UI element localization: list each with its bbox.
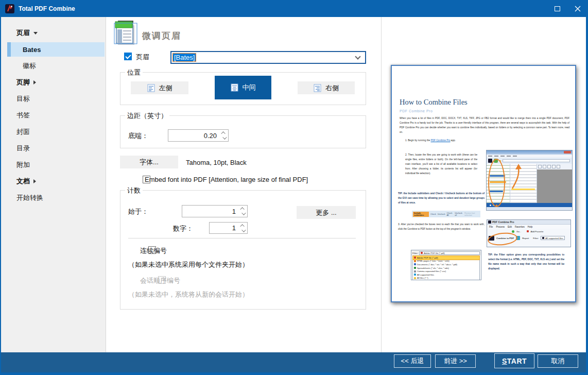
- doc-step1-link: PDF Combine Pro: [431, 139, 451, 142]
- position-center-button[interactable]: 中间: [215, 76, 271, 99]
- continuous-numbering-label[interactable]: 连续编号: [140, 246, 167, 255]
- back-button-label: << 后退: [401, 356, 424, 366]
- start-button-label: START: [502, 357, 527, 365]
- more-button[interactable]: 更多 ...: [297, 206, 356, 219]
- back-button[interactable]: << 后退: [394, 354, 431, 368]
- sidebar-item-label: 开始转换: [16, 193, 43, 202]
- sidebar-item-label: 文档: [16, 177, 30, 186]
- digits-label: 数字：: [173, 224, 193, 233]
- align-left-icon: [147, 84, 155, 92]
- position-right-label: 右侧: [325, 83, 339, 93]
- mini-preview-area: [537, 164, 572, 203]
- maximize-button[interactable]: [547, 0, 567, 17]
- sidebar-item-logo[interactable]: 徽标: [7, 58, 105, 74]
- start-at-value[interactable]: 1: [182, 208, 238, 215]
- chevron-down-icon[interactable]: [355, 54, 360, 59]
- start-at-label: 始于：: [128, 207, 148, 216]
- annotation-arrow-icon: [509, 164, 527, 191]
- sidebar-item-document[interactable]: 文档: [7, 173, 105, 190]
- spinner-arrows[interactable]: [238, 206, 247, 217]
- sidebar-item-cover[interactable]: 封面: [7, 124, 105, 140]
- app-window: Total PDF Combine 页眉 Bates 徽标 页脚: [0, 0, 588, 375]
- doc-subtitle: PDF Combine Pro: [400, 109, 433, 113]
- doc-tip1: TIP: the Include subfolders and Check / …: [398, 191, 485, 205]
- sidebar-item-label: 页脚: [16, 78, 30, 87]
- strip-restore: Restore last selection: [464, 212, 479, 216]
- header-text-combobox[interactable]: [Bates]: [170, 51, 366, 64]
- counter-group-legend: 计数: [125, 186, 143, 195]
- mini3-filter-row: Filter: Adobe PDF file (*.pdf): [411, 250, 481, 255]
- start-at-spinner[interactable]: 1: [182, 205, 248, 217]
- cancel-button-label: 取消: [551, 356, 565, 366]
- doc-step1: 1. Begin by running the PDF Combine Pro …: [405, 138, 560, 143]
- doc-screenshot-combine-button: PDF Combine Pro FileProcess EditFavorite…: [487, 219, 571, 247]
- sidebar: 页眉 Bates 徽标 页脚 目标 书签 封面 目录 附加 文档: [1, 17, 106, 352]
- main-pane: 微调页眉 页眉 [Bates] 位置 左侧: [107, 17, 381, 352]
- annotation-ellipse: [488, 159, 505, 207]
- page-title: 微调页眉: [142, 30, 181, 42]
- mini3-dropdown-list: Adobe PDF file (*.pdf) HTML pages (*.htm…: [412, 255, 480, 280]
- doc-screenshot-buttons-strip: Include subfolders Check Uncheck Check A…: [412, 211, 480, 217]
- tune-header-icon: [114, 20, 139, 46]
- sidebar-item-bates[interactable]: Bates: [7, 42, 105, 57]
- spinner-arrows[interactable]: [238, 223, 247, 233]
- close-icon: [575, 6, 581, 12]
- doc-tip2: TIP: the Filter option gives you corresp…: [488, 252, 564, 271]
- position-left-button[interactable]: 左侧: [131, 81, 188, 94]
- sidebar-item-bookmarks[interactable]: 书签: [7, 107, 105, 124]
- window-edge-bottom: [0, 372, 588, 375]
- titlebar: Total PDF Combine: [0, 0, 588, 17]
- sidebar-item-label: 目录: [16, 144, 30, 153]
- position-right-button[interactable]: 右侧: [298, 81, 355, 94]
- doc-title: How to Combine Files: [400, 98, 468, 107]
- sidebar-item-label: 目标: [16, 94, 30, 104]
- forward-button[interactable]: 前进 >>: [435, 354, 476, 368]
- sidebar-item-append[interactable]: 附加: [7, 157, 105, 173]
- strip-check: Check: [430, 213, 436, 215]
- sidebar-item-destination[interactable]: 目标: [7, 91, 105, 107]
- window-title: Total PDF Combine: [19, 5, 75, 12]
- sidebar-item-label: Bates: [23, 46, 41, 54]
- session-numbering-note: （如果未选中，系统将从新的会话开始）: [128, 290, 249, 299]
- pdf-preview-page: How to Combine Files PDF Combine Pro Whe…: [391, 65, 576, 302]
- strip-check-all: Check All: [447, 212, 454, 216]
- sidebar-item-start-conversion[interactable]: 开始转换: [7, 190, 105, 206]
- start-button[interactable]: START: [494, 353, 534, 368]
- doc-screenshot-filter-list: Filter: Adobe PDF file (*.pdf) Adobe PDF…: [411, 250, 481, 280]
- session-numbering-label: 会话顺序编号: [140, 276, 180, 285]
- digits-spinner[interactable]: 1: [209, 222, 248, 234]
- strip-uncheck-all: Uncheck all: [455, 212, 463, 216]
- preview-pane: How to Combine Files PDF Combine Pro Whe…: [381, 17, 586, 352]
- combobox-selected-text: [Bates]: [173, 54, 196, 61]
- sidebar-item-label: 附加: [16, 160, 30, 169]
- chevron-down-icon: [33, 32, 38, 35]
- margins-group: 边距（英寸）: [120, 115, 366, 148]
- digits-value[interactable]: 1: [210, 224, 238, 232]
- spinner-arrows[interactable]: [219, 130, 228, 141]
- divider: [128, 238, 356, 238]
- sidebar-item-toc[interactable]: 目录: [7, 140, 105, 157]
- position-left-label: 左侧: [159, 83, 172, 93]
- strip-uncheck: Uncheck: [438, 213, 445, 215]
- sidebar-item-footer[interactable]: 页脚: [7, 74, 105, 91]
- header-checkbox[interactable]: [124, 53, 132, 60]
- window-controls: [547, 0, 588, 17]
- mini-close-buttons: [564, 151, 571, 154]
- mini-titlebar: [487, 150, 572, 155]
- bottom-margin-spinner[interactable]: 0.20: [168, 129, 229, 142]
- close-button[interactable]: [567, 0, 588, 17]
- cancel-button[interactable]: 取消: [538, 354, 578, 368]
- position-center-label: 中间: [243, 83, 256, 92]
- sidebar-item-header[interactable]: 页眉: [7, 25, 105, 41]
- margins-group-legend: 边距（英寸）: [125, 111, 169, 121]
- doc-intro: When you have a lot of files in PDF, DOC…: [400, 116, 569, 134]
- embed-font-label[interactable]: Embed font into PDF [Attention, large si…: [145, 176, 308, 183]
- forward-button-label: 前进 >>: [444, 356, 467, 366]
- sidebar-item-label: 书签: [16, 111, 30, 120]
- header-checkbox-label[interactable]: 页眉: [136, 53, 149, 62]
- sidebar-item-label: 页眉: [16, 28, 30, 38]
- doc-step3: 3. After you've checked the boxes next t…: [398, 222, 485, 231]
- font-button[interactable]: 字体...: [120, 156, 178, 168]
- bottom-margin-value[interactable]: 0.20: [168, 132, 219, 140]
- align-center-icon: [231, 83, 238, 92]
